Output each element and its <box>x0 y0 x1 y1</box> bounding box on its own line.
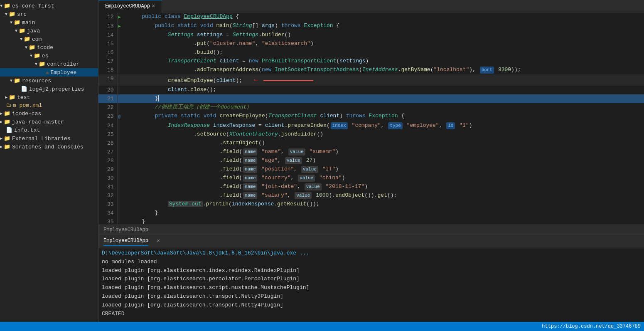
code-line-content: .field(name "join-date", value "2018-11-… <box>125 183 644 191</box>
folder-icon: 📁 <box>14 77 20 84</box>
run-gutter-icon: ▶ <box>118 24 121 29</box>
arrow-icon: ▼ <box>5 12 7 17</box>
code-line-content: client.close(); <box>125 86 644 94</box>
line-number: 17 <box>98 57 117 66</box>
run-tab-label: EmployeeCRUDApp <box>103 238 148 244</box>
annotation-gutter: @ <box>118 115 120 119</box>
code-line-content: .startObject() <box>125 139 644 148</box>
line-number: 31 <box>98 183 117 191</box>
output-line: loaded plugin [org.elasticsearch.transpo… <box>102 301 641 310</box>
close-run-tab-button[interactable]: × <box>157 238 160 245</box>
code-line-content: .build(); <box>125 48 644 57</box>
line-number: 12 <box>98 12 117 22</box>
main-area: ▼ 📁 es-core-first ▼ 📁 src ▼ 📁 main ▼ 📁 j… <box>0 0 644 322</box>
gutter <box>117 103 125 112</box>
gutter <box>117 156 125 165</box>
line-number: 20 <box>98 86 117 94</box>
gutter <box>117 165 125 174</box>
output-line: loaded plugin [org.elasticsearch.transpo… <box>102 292 641 301</box>
sidebar-item-pom[interactable]: 🗂 m pom.xml <box>0 101 98 109</box>
line-number: 16 <box>98 48 117 57</box>
line-number: 23 <box>98 112 117 121</box>
sidebar-item-ext-libs[interactable]: ▶ 📁 External Libraries <box>0 134 98 143</box>
sidebar-item-test[interactable]: ▶ 📁 test <box>0 93 98 101</box>
gutter <box>117 74 125 86</box>
arrow-icon: ▶ <box>0 136 2 141</box>
sidebar-label: controller <box>47 61 79 67</box>
sidebar-label: src <box>17 11 27 17</box>
code-line-content: System.out.println(indexResponse.getResu… <box>125 200 644 209</box>
sidebar-label: Employee <box>51 69 76 76</box>
gutter <box>117 40 125 48</box>
run-tab-employee[interactable]: EmployeeCRUDApp <box>103 236 148 246</box>
sidebar-item-es[interactable]: ▼ 📁 es <box>0 52 98 60</box>
table-row: 30 .field(name "country", value "china") <box>98 174 644 183</box>
sidebar-item-controller[interactable]: ▼ 📁 controller <box>0 60 98 68</box>
sidebar-item-project[interactable]: ▼ 📁 es-core-first <box>0 2 98 10</box>
filename-bar: EmployeeCRUDApp <box>98 225 644 235</box>
sidebar-item-scratches[interactable]: ▶ 📁 Scratches and Consoles <box>0 143 98 151</box>
arrow-icon: ▼ <box>20 37 22 42</box>
close-tab-button[interactable]: × <box>152 3 155 10</box>
sidebar-item-employee[interactable]: ☕ Employee <box>0 68 98 77</box>
code-line-content: .field(name "position", value "IT") <box>125 165 644 174</box>
sidebar-item-java-rbac[interactable]: ▶ 📁 java-rbac-master <box>0 118 98 126</box>
line-number: 24 <box>98 121 117 130</box>
sidebar-label: icode <box>37 44 53 51</box>
line-number: 13 <box>98 22 117 31</box>
sidebar-item-java[interactable]: ▼ 📁 java <box>0 27 98 35</box>
table-row: 18 .addTransportAddress(new InetSocketTr… <box>98 66 644 74</box>
code-line-content: public static void main(String[] args) t… <box>125 22 644 31</box>
editor-tabs: EmployeeCRUDApp × <box>98 0 644 12</box>
sidebar-label: main <box>22 20 35 26</box>
code-line-content: .field(name "name", value "sumemr") <box>125 148 644 156</box>
code-line-content: } <box>125 209 644 217</box>
arrow-icon: ▶ <box>0 144 2 149</box>
table-row: 21 } <box>98 94 644 103</box>
sidebar-item-icode[interactable]: ▼ 📁 icode <box>0 43 98 52</box>
line-number: 15 <box>98 40 117 48</box>
editor-filename: EmployeeCRUDApp <box>103 227 148 233</box>
gutter <box>117 191 125 200</box>
table-row: 29 .field(name "position", value "IT") <box>98 165 644 174</box>
table-row: 32 .field(name "salary", value 1000).end… <box>98 191 644 200</box>
line-number: 33 <box>98 200 117 209</box>
sidebar-item-info[interactable]: 📄 info.txt <box>0 126 98 134</box>
line-number: 29 <box>98 165 117 174</box>
line-number: 14 <box>98 31 117 40</box>
code-container[interactable]: 12 ▶ public class EmployeeCRUDApp { 13 ▶… <box>98 12 644 225</box>
table-row: 22 //创建员工信息（创建一个document） <box>98 103 644 112</box>
sidebar-item-com[interactable]: ▼ 📁 com <box>0 35 98 43</box>
sidebar-item-log4j2[interactable]: 📄 log4j2.properties <box>0 85 98 93</box>
output-line: loaded plugin [org.elasticsearch.script.… <box>102 284 641 292</box>
code-line-content: .put("cluster.name", "elasticsearch") <box>125 40 644 48</box>
sidebar-item-main[interactable]: ▼ 📁 main <box>0 18 98 27</box>
table-row: 23 @ private static void createEmployee(… <box>98 112 644 121</box>
sidebar-item-src[interactable]: ▼ 📁 src <box>0 10 98 18</box>
folder-icon: 📁 <box>29 44 35 51</box>
table-row: 15 .put("cluster.name", "elasticsearch") <box>98 40 644 48</box>
line-number: 18 <box>98 66 117 74</box>
line-number: 26 <box>98 139 117 148</box>
gutter <box>117 148 125 156</box>
table-row: 19 createEmployee(client); ← <box>98 74 644 86</box>
sidebar-item-icode-cas[interactable]: ▶ 📁 icode-cas <box>0 109 98 118</box>
table-row: 28 .field(name "age", value 27) <box>98 156 644 165</box>
table-row: 27 .field(name "name", value "sumemr") <box>98 148 644 156</box>
folder-icon: 📁 <box>4 143 10 150</box>
line-number: 27 <box>98 148 117 156</box>
run-panel: EmployeeCRUDApp × D:\DeveloperSoft\JavaS… <box>98 235 644 322</box>
table-row: 16 .build(); <box>98 48 644 57</box>
sidebar-project-label: es-core-first <box>12 3 54 9</box>
editor-tab-employee[interactable]: EmployeeCRUDApp × <box>98 0 162 12</box>
arrow-icon: ▼ <box>25 45 27 50</box>
arrow-icon: ▼ <box>10 20 12 25</box>
table-row: 35 } <box>98 217 644 225</box>
arrow-icon: ▼ <box>35 62 37 67</box>
code-line-content: .addTransportAddress(new InetSocketTrans… <box>125 66 644 74</box>
folder-icon: 📁 <box>39 61 45 67</box>
table-row: 14 Settings settings = Settings.builder(… <box>98 31 644 40</box>
gutter <box>117 66 125 74</box>
sidebar-item-resources[interactable]: ▼ 📁 resources <box>0 77 98 85</box>
code-line-content: private static void createEmployee(Trans… <box>125 112 644 121</box>
